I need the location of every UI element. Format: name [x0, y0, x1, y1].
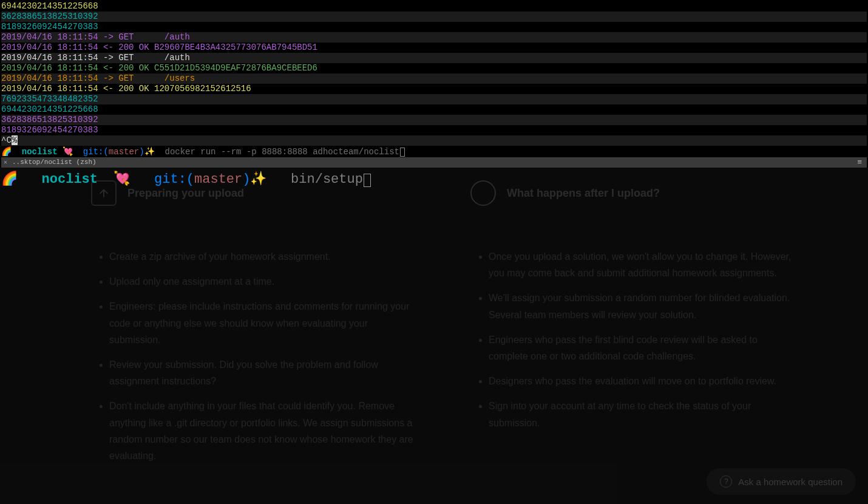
prompt-top[interactable]: 🌈 noclist 💘 git:(master)✨ docker run --r… — [1, 146, 867, 157]
git-suffix: ) — [139, 147, 144, 157]
terminal-log-line: 2019/04/16 18:11:54 <- 200 OK 1207056982… — [1, 84, 867, 94]
prompt-dir: noclist — [22, 147, 58, 157]
terminal-log-line: 3628386513825310392 — [1, 12, 867, 22]
list-item: Once you upload a solution, we won't all… — [489, 248, 795, 281]
cursor-icon — [400, 148, 405, 157]
bg-list-right: Once you upload a solution, we won't all… — [452, 248, 795, 431]
terminal-log-line: 8189326092454270383 — [1, 125, 867, 135]
terminal-log-line: 2019/04/16 18:11:54 -> GET /auth — [1, 32, 867, 43]
prompt-command: bin/setup — [291, 172, 363, 187]
terminal-top-pane[interactable]: 6944230214351225668362838651382531039281… — [0, 0, 868, 168]
list-item: Sign into your account at any time to ch… — [489, 398, 795, 431]
git-prefix: git:( — [83, 147, 109, 157]
list-item: Create a zip archive of your homework as… — [109, 248, 416, 265]
fab-label: Ask a homework question — [738, 477, 843, 487]
rainbow-icon: 🌈 — [1, 147, 12, 157]
list-item: Don't include anything in your files tha… — [109, 398, 416, 464]
git-suffix: ) — [242, 172, 250, 187]
heart-icon: 💘 — [63, 147, 73, 157]
list-item: Engineers: please include instructions a… — [109, 298, 416, 348]
rainbow-icon: 🌈 — [1, 172, 18, 187]
menu-icon[interactable]: ≡ — [857, 157, 867, 168]
list-item: We'll assign your submission a random nu… — [489, 290, 795, 322]
question-icon: ? — [720, 475, 732, 488]
terminal-log-line: 2019/04/16 18:11:54 <- 200 OK B29607BE4B… — [1, 43, 867, 53]
terminal-log-line: 8189326092454270383 — [1, 22, 867, 32]
bg-col2-title: What happens after I upload? — [507, 187, 660, 200]
sparkle-icon: ✨ — [144, 147, 155, 157]
bg-col-right: What happens after I upload? Once you up… — [452, 180, 795, 472]
terminal-bottom-pane[interactable]: 🌈 noclist 💘 git:(master)✨ bin/setup — [0, 168, 868, 188]
prompt-bottom[interactable]: 🌈 noclist 💘 git:(master)✨ bin/setup — [1, 171, 867, 188]
cursor-icon — [364, 174, 371, 187]
ask-question-fab[interactable]: ? Ask a homework question — [707, 468, 856, 495]
terminal-log-line: 6944230214351225668 — [1, 1, 867, 12]
status-title: ..sktop/noclist (zsh) — [10, 157, 97, 168]
list-item: Review your submission. Did you solve th… — [109, 356, 416, 389]
heart-icon: 💘 — [114, 172, 130, 187]
terminal-log-line: 3628386513825310392 — [1, 115, 867, 125]
git-prefix: git:( — [154, 172, 194, 187]
close-pane-icon[interactable]: ✕ — [1, 157, 10, 168]
git-branch: master — [109, 147, 139, 157]
list-item: Engineers who pass the first blind code … — [489, 332, 795, 364]
prompt-dir: noclist — [42, 172, 98, 187]
terminal-log-line: 2019/04/16 18:11:54 <- 200 OK C551D21D53… — [1, 63, 867, 73]
terminal-log-line: 2019/04/16 18:11:54 -> GET /auth — [1, 53, 867, 63]
git-branch: master — [194, 172, 242, 187]
terminal-log-line: 2019/04/16 18:11:54 -> GET /users — [1, 73, 867, 84]
interrupt-line: ^C% — [1, 135, 867, 146]
bg-list-left: Create a zip archive of your homework as… — [73, 248, 416, 464]
prompt-command: docker run --rm -p 8888:8888 adhocteam/n… — [165, 147, 399, 157]
terminal-log-line: 6944230214351225668 — [1, 104, 867, 115]
terminal-log-line: 7692335473348482352 — [1, 94, 867, 104]
list-item: Upload only one assignment at a time. — [109, 273, 416, 290]
bg-col-left: Preparing your upload Create a zip archi… — [73, 180, 416, 472]
bg-col1-title: Preparing your upload — [127, 187, 244, 200]
bg-columns: Preparing your upload Create a zip archi… — [73, 180, 795, 472]
sparkle-icon: ✨ — [250, 172, 266, 187]
tmux-status-bar[interactable]: ✕ ..sktop/noclist (zsh) ≡ — [1, 157, 867, 168]
terminal-log: 6944230214351225668362838651382531039281… — [1, 1, 867, 135]
list-item: Designers who pass the evaluation will m… — [489, 373, 795, 389]
